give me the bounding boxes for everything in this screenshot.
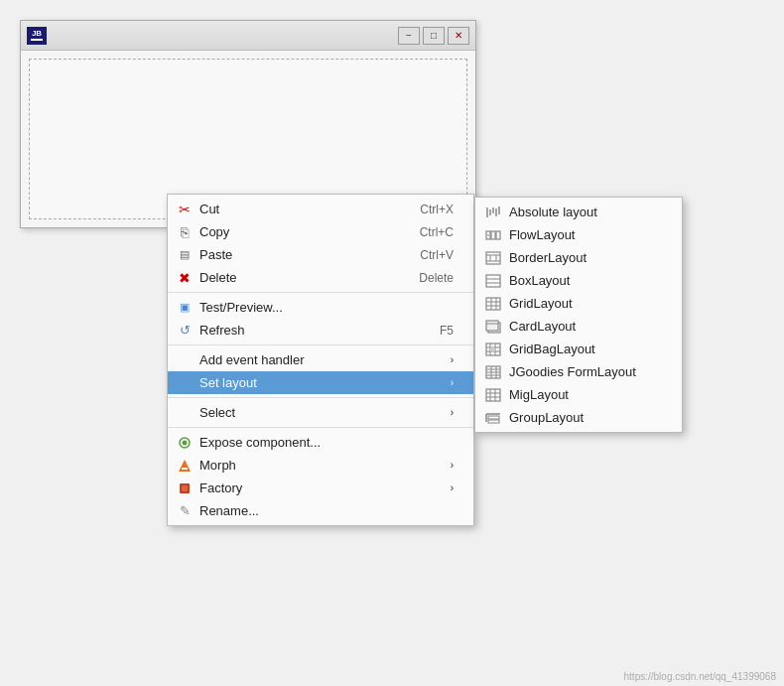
submenu-item-jgoodies[interactable]: JGoodies FormLayout bbox=[475, 360, 682, 383]
svg-rect-3 bbox=[182, 468, 188, 470]
flow-layout-label: FlowLayout bbox=[509, 227, 575, 242]
menu-item-set-layout[interactable]: Set layout › bbox=[168, 371, 473, 394]
svg-rect-43 bbox=[486, 389, 500, 401]
title-bar-controls: − □ ✕ bbox=[398, 27, 469, 45]
menu-item-cut[interactable]: ✂ Cut Ctrl+X bbox=[168, 198, 473, 220]
copy-icon: ⎘ bbox=[176, 223, 194, 241]
add-event-label: Add event handler bbox=[199, 352, 305, 367]
close-button[interactable]: ✕ bbox=[448, 27, 469, 45]
minimize-button[interactable]: − bbox=[398, 27, 420, 45]
morph-label: Morph bbox=[199, 458, 236, 473]
restore-button[interactable]: □ bbox=[423, 27, 445, 45]
menu-item-copy[interactable]: ⎘ Copy Ctrl+C bbox=[168, 220, 473, 243]
svg-rect-13 bbox=[491, 231, 495, 239]
svg-rect-14 bbox=[496, 231, 500, 239]
refresh-icon: ↺ bbox=[176, 322, 194, 340]
svg-rect-20 bbox=[486, 275, 500, 287]
svg-rect-36 bbox=[490, 347, 495, 351]
submenu-item-flow[interactable]: FlowLayout bbox=[475, 223, 682, 246]
jgoodies-layout-label: JGoodies FormLayout bbox=[509, 364, 636, 379]
delete-label: Delete bbox=[199, 270, 237, 285]
expose-icon bbox=[176, 434, 194, 452]
copy-label: Copy bbox=[199, 224, 229, 239]
jgoodies-layout-icon bbox=[483, 363, 503, 381]
preview-icon: ▣ bbox=[176, 299, 194, 317]
cut-label: Cut bbox=[199, 202, 219, 216]
box-layout-label: BoxLayout bbox=[509, 273, 570, 288]
group-layout-label: GroupLayout bbox=[509, 410, 584, 425]
app-icon: JB bbox=[27, 27, 47, 45]
svg-rect-50 bbox=[488, 416, 499, 419]
menu-item-test-preview[interactable]: ▣ Test/Preview... bbox=[168, 296, 473, 319]
context-menu: ✂ Cut Ctrl+X ⎘ Copy Ctrl+C ▤ Paste Ctrl+… bbox=[167, 194, 474, 526]
svg-marker-2 bbox=[179, 460, 191, 472]
gridbag-layout-label: GridBagLayout bbox=[509, 342, 595, 356]
mig-layout-label: MigLayout bbox=[509, 387, 569, 402]
gridbag-layout-icon bbox=[483, 341, 503, 358]
absolute-layout-icon bbox=[483, 204, 503, 221]
mig-layout-icon bbox=[483, 386, 503, 404]
separator-1 bbox=[168, 292, 473, 293]
add-event-arrow: › bbox=[441, 354, 454, 365]
morph-arrow: › bbox=[441, 460, 454, 471]
separator-2 bbox=[168, 344, 473, 345]
menu-item-rename[interactable]: ✎ Rename... bbox=[168, 499, 473, 522]
menu-item-morph[interactable]: Morph › bbox=[168, 454, 473, 477]
menu-item-add-event[interactable]: Add event handler › bbox=[168, 348, 473, 371]
submenu-item-gridbag[interactable]: GridBagLayout bbox=[475, 338, 682, 360]
factory-arrow: › bbox=[441, 482, 454, 493]
svg-rect-15 bbox=[486, 252, 500, 264]
submenu-item-border[interactable]: BorderLayout bbox=[475, 246, 682, 269]
border-layout-icon bbox=[483, 249, 503, 267]
svg-rect-23 bbox=[486, 298, 500, 310]
scissors-icon: ✂ bbox=[176, 201, 194, 218]
box-layout-icon bbox=[483, 272, 503, 290]
test-preview-label: Test/Preview... bbox=[199, 300, 283, 315]
paste-icon: ▤ bbox=[176, 246, 194, 264]
select-arrow: › bbox=[441, 407, 454, 418]
copy-shortcut: Ctrl+C bbox=[390, 225, 454, 239]
submenu-item-group[interactable]: GroupLayout bbox=[475, 406, 682, 429]
card-layout-icon bbox=[483, 318, 503, 336]
delete-icon: ✖ bbox=[176, 269, 194, 287]
menu-item-expose[interactable]: Expose component... bbox=[168, 431, 473, 454]
factory-icon bbox=[176, 480, 194, 497]
svg-point-1 bbox=[183, 440, 188, 445]
menu-item-paste[interactable]: ▤ Paste Ctrl+V bbox=[168, 243, 473, 266]
svg-rect-29 bbox=[486, 321, 498, 331]
menu-item-refresh[interactable]: ↺ Refresh F5 bbox=[168, 319, 473, 342]
menu-item-factory[interactable]: Factory › bbox=[168, 477, 473, 499]
paste-shortcut: Ctrl+V bbox=[390, 248, 454, 262]
title-bar-left: JB bbox=[27, 27, 47, 45]
paste-label: Paste bbox=[199, 247, 232, 262]
card-layout-label: CardLayout bbox=[509, 319, 576, 334]
absolute-layout-label: Absolute layout bbox=[509, 205, 597, 219]
morph-icon bbox=[176, 457, 194, 475]
rename-icon: ✎ bbox=[176, 502, 194, 520]
submenu-item-mig[interactable]: MigLayout bbox=[475, 383, 682, 406]
set-layout-arrow: › bbox=[441, 377, 454, 388]
expose-label: Expose component... bbox=[199, 435, 321, 450]
flow-layout-icon bbox=[483, 226, 503, 244]
submenu-item-card[interactable]: CardLayout bbox=[475, 315, 682, 338]
menu-item-select[interactable]: Select › bbox=[168, 401, 473, 424]
svg-rect-5 bbox=[182, 485, 188, 491]
factory-label: Factory bbox=[199, 480, 242, 495]
refresh-label: Refresh bbox=[199, 323, 245, 338]
submenu-item-box[interactable]: BoxLayout bbox=[475, 269, 682, 292]
grid-layout-icon bbox=[483, 295, 503, 313]
title-bar: JB − □ ✕ bbox=[21, 21, 475, 51]
refresh-shortcut: F5 bbox=[410, 324, 454, 338]
submenu-item-grid[interactable]: GridLayout bbox=[475, 292, 682, 315]
watermark: https://blog.csdn.net/qq_41399068 bbox=[624, 671, 776, 682]
rename-label: Rename... bbox=[199, 503, 259, 518]
menu-item-delete[interactable]: ✖ Delete Delete bbox=[168, 266, 473, 289]
submenu-item-absolute[interactable]: Absolute layout bbox=[475, 201, 682, 223]
delete-shortcut: Delete bbox=[389, 271, 454, 285]
grid-layout-label: GridLayout bbox=[509, 296, 573, 311]
set-layout-submenu: Absolute layout FlowLayout BorderLayout bbox=[474, 197, 683, 433]
separator-4 bbox=[168, 427, 473, 428]
separator-3 bbox=[168, 397, 473, 398]
border-layout-label: BorderLayout bbox=[509, 250, 587, 265]
svg-rect-51 bbox=[488, 420, 499, 423]
